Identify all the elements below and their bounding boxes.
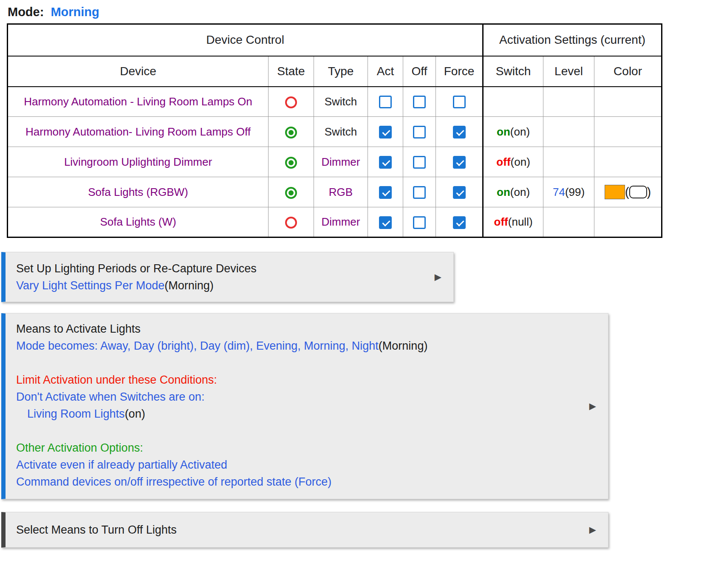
level-current-value: (99) (565, 186, 585, 198)
off-panel-title: Select Means to Turn Off Lights (16, 521, 578, 538)
color-setting: () (594, 177, 662, 207)
living-room-lights-state: (on) (125, 407, 145, 420)
device-name-link[interactable]: Sofa Lights (RGBW) (8, 177, 269, 207)
expand-arrow-icon[interactable]: ▶ (589, 525, 596, 535)
color-current-swatch (629, 186, 647, 198)
setup-periods-panel[interactable]: Set Up Lighting Periods or Re-Capture De… (1, 252, 454, 302)
device-type[interactable]: Dimmer (314, 147, 368, 177)
setup-panel-title: Set Up Lighting Periods or Re-Capture De… (16, 260, 424, 277)
force-checkbox[interactable] (453, 156, 466, 169)
level-setting: 74(99) (543, 177, 594, 207)
device-name-link[interactable]: Livingroom Uplighting Dimmer (8, 147, 269, 177)
off-checkbox[interactable] (413, 126, 426, 139)
state-cell (269, 207, 314, 237)
table-row: Harmony Automation- Living Room Lamps Of… (8, 117, 662, 147)
switch-setting: off(on) (483, 147, 543, 177)
device-name-link[interactable]: Sofa Lights (W) (8, 207, 269, 237)
act-checkbox[interactable] (379, 96, 392, 108)
level-value[interactable]: 74 (553, 186, 565, 198)
column-header-act: Act (368, 56, 403, 87)
act-checkbox[interactable] (379, 156, 392, 169)
switch-setting: on(on) (483, 117, 543, 147)
device-type[interactable]: RGB (314, 177, 368, 207)
switch-value[interactable]: off (496, 155, 510, 168)
expand-arrow-icon[interactable]: ▶ (589, 401, 596, 411)
vary-light-settings-link[interactable]: Vary Light Settings Per Mode (16, 279, 164, 292)
off-checkbox[interactable] (413, 156, 426, 169)
dont-activate-switches-link[interactable]: Don't Activate when Switches are on: (16, 390, 204, 403)
mode-value-link[interactable]: Morning (51, 5, 99, 19)
table-row: Sofa Lights (W) Dimmer off(null) (8, 207, 662, 237)
column-header-level: Level (543, 56, 594, 87)
device-state-icon (285, 187, 297, 199)
force-checkbox[interactable] (453, 216, 466, 229)
level-setting (543, 117, 594, 147)
device-name-link[interactable]: Harmony Automation - Living Room Lamps O… (8, 87, 269, 117)
switch-value[interactable]: on (497, 186, 510, 198)
mode-bar: Mode:Morning (0, 0, 707, 22)
spacer (16, 422, 578, 439)
state-cell (269, 177, 314, 207)
turn-off-means-panel[interactable]: Select Means to Turn Off Lights ▶ (1, 512, 608, 548)
column-header-force: Force (436, 56, 483, 87)
level-setting (543, 147, 594, 177)
switch-current-value: (on) (510, 186, 530, 198)
switch-setting: on(on) (483, 177, 543, 207)
table-group-header-row: Device Control Activation Settings (curr… (8, 24, 662, 56)
color-setting (594, 87, 662, 117)
device-state-icon (285, 127, 297, 139)
switch-value[interactable]: off (494, 215, 508, 228)
off-cell (403, 147, 436, 177)
column-header-off: Off (403, 56, 436, 87)
state-cell (269, 117, 314, 147)
column-header-switch: Switch (483, 56, 543, 87)
activate-partial-link[interactable]: Activate even if already partially Activ… (16, 458, 227, 471)
column-header-type: Type (314, 56, 368, 87)
act-checkbox[interactable] (379, 216, 392, 229)
mode-label: Mode: (8, 5, 44, 19)
act-cell (368, 207, 403, 237)
off-cell (403, 87, 436, 117)
living-room-lights-link[interactable]: Living Room Lights (27, 407, 125, 420)
table-row: Harmony Automation - Living Room Lamps O… (8, 87, 662, 117)
force-cell (436, 117, 483, 147)
mode-becomes-suffix: (Morning) (379, 339, 428, 352)
expand-arrow-icon[interactable]: ▶ (435, 272, 441, 282)
mode-becomes-link[interactable]: Mode becomes: Away, Day (bright), Day (d… (16, 339, 379, 352)
act-checkbox[interactable] (379, 126, 392, 139)
force-checkbox[interactable] (453, 126, 466, 139)
column-header-device: Device (8, 56, 269, 87)
off-checkbox[interactable] (413, 216, 426, 229)
device-table: Device Control Activation Settings (curr… (7, 23, 662, 238)
force-cell (436, 207, 483, 237)
state-cell (269, 87, 314, 117)
act-cell (368, 177, 403, 207)
activation-panel-title: Means to Activate Lights (16, 320, 578, 337)
table-row: Livingroom Uplighting Dimmer Dimmer off(… (8, 147, 662, 177)
level-setting (543, 207, 594, 237)
spacer (16, 354, 578, 371)
device-type[interactable]: Dimmer (314, 207, 368, 237)
device-name-link[interactable]: Harmony Automation- Living Room Lamps Of… (8, 117, 269, 147)
table-row: Sofa Lights (RGBW) RGB on(on) 74(99) () (8, 177, 662, 207)
force-cell (436, 177, 483, 207)
off-checkbox[interactable] (413, 96, 426, 108)
switch-value[interactable]: on (497, 125, 510, 138)
state-cell (269, 147, 314, 177)
off-cell (403, 177, 436, 207)
device-type: Switch (314, 117, 368, 147)
act-checkbox[interactable] (379, 186, 392, 199)
vary-light-settings-suffix: (Morning) (164, 279, 214, 292)
force-checkbox[interactable] (453, 96, 466, 108)
act-cell (368, 117, 403, 147)
off-cell (403, 117, 436, 147)
color-set-swatch[interactable] (605, 185, 625, 199)
force-cell (436, 147, 483, 177)
force-command-link[interactable]: Command devices on/off irrespective of r… (16, 475, 331, 488)
other-activation-heading: Other Activation Options: (16, 439, 578, 456)
force-checkbox[interactable] (453, 186, 466, 199)
off-checkbox[interactable] (413, 186, 426, 199)
limit-activation-heading: Limit Activation under these Conditions: (16, 371, 578, 388)
color-setting (594, 147, 662, 177)
off-cell (403, 207, 436, 237)
